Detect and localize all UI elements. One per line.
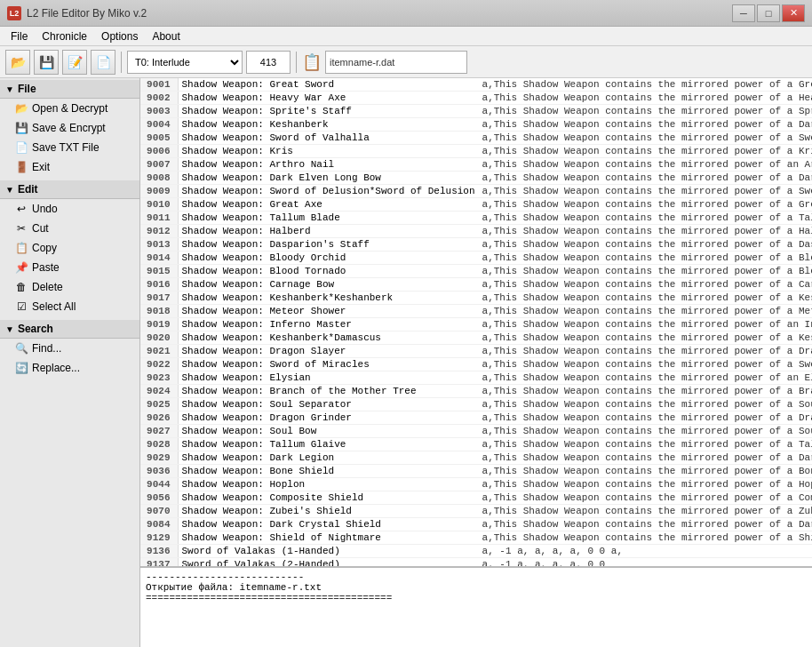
toolbar-separator-1 [121,52,122,73]
file-icon: 📋 [302,52,322,72]
table-row[interactable]: 9070Shadow Weapon: Zubei's Shielda,This … [140,505,812,518]
table-row[interactable]: 9009Shadow Weapon: Sword of Delusion*Swo… [140,185,812,198]
sidebar-item-cut[interactable]: ✂ Cut [0,219,139,238]
data-table-container[interactable]: 9001Shadow Weapon: Great Sworda,This Sha… [140,78,812,567]
log-textarea[interactable] [146,571,807,643]
main-area: ▼ File 📂 Open & Decrypt 💾 Save & Encrypt… [0,78,812,647]
table-row[interactable]: 9019Shadow Weapon: Inferno Mastera,This … [140,318,812,331]
menu-options[interactable]: Options [94,28,145,44]
data-table: 9001Shadow Weapon: Great Sworda,This Sha… [140,78,812,567]
table-row[interactable]: 9022Shadow Weapon: Sword of Miraclesa,Th… [140,358,812,371]
table-row[interactable]: 9036Shadow Weapon: Bone Shielda,This Sha… [140,465,812,478]
toolbar-open-button[interactable]: 📂 [5,50,30,75]
row-number: 9010 [140,198,178,212]
table-row[interactable]: 9029Shadow Weapon: Dark Legiona,This Sha… [140,451,812,465]
table-row[interactable]: 9007Shadow Weapon: Arthro Naila,This Sha… [140,158,812,172]
close-button[interactable]: ✕ [782,4,805,22]
menu-bar: File Chronicle Options About [0,27,812,46]
sidebar-item-find[interactable]: 🔍 Find... [0,339,139,358]
sidebar-section-edit-header[interactable]: ▼ Edit [0,180,139,199]
row-number: 9044 [140,478,178,491]
row-description: a,This Shadow Weapon contains the mirror… [479,158,812,172]
sidebar-section-search: ▼ Search 🔍 Find... 🔄 Replace... [0,318,139,379]
table-row[interactable]: 9021Shadow Weapon: Dragon Slayera,This S… [140,345,812,358]
sidebar-section-edit: ▼ Edit ↩ Undo ✂ Cut 📋 Copy 📌 Paste 🗑 De [0,179,139,318]
table-row[interactable]: 9008Shadow Weapon: Dark Elven Long Bowa,… [140,172,812,185]
row-number: 9011 [140,212,178,225]
row-number: 9007 [140,158,178,172]
row-name: Shadow Weapon: Great Sword [178,78,479,92]
sidebar-section-file-header[interactable]: ▼ File [0,80,139,99]
table-row[interactable]: 9026Shadow Weapon: Dragon Grindera,This … [140,411,812,425]
table-row[interactable]: 9028Shadow Weapon: Tallum Glaivea,This S… [140,438,812,451]
table-row[interactable]: 9011Shadow Weapon: Tallum Bladea,This Sh… [140,212,812,225]
table-row[interactable]: 9024Shadow Weapon: Branch of the Mother … [140,385,812,398]
maximize-button[interactable]: □ [757,4,780,22]
table-row[interactable]: 9084Shadow Weapon: Dark Crystal Shielda,… [140,518,812,531]
row-name: Shadow Weapon: Arthro Nail [178,158,479,172]
table-row[interactable]: 9020Shadow Weapon: Keshanberk*Damascusa,… [140,331,812,345]
table-row[interactable]: 9015Shadow Weapon: Blood Tornadoa,This S… [140,265,812,278]
sidebar-item-open[interactable]: 📂 Open & Decrypt [0,99,139,118]
row-number: 9001 [140,78,178,92]
table-row[interactable]: 9129Shadow Weapon: Shield of Nightmarea,… [140,531,812,545]
table-row[interactable]: 9010Shadow Weapon: Great Axea,This Shado… [140,198,812,212]
sidebar-item-copy[interactable]: 📋 Copy [0,238,139,258]
sidebar-item-selectall[interactable]: ☑ Select All [0,297,139,316]
minimize-button[interactable]: ─ [732,4,755,22]
table-row[interactable]: 9006Shadow Weapon: Krisa,This Shadow Wea… [140,145,812,158]
row-number: 9022 [140,358,178,371]
exit-label: Exit [32,161,50,173]
sidebar-section-search-header[interactable]: ▼ Search [0,320,139,339]
table-row[interactable]: 9001Shadow Weapon: Great Sworda,This Sha… [140,78,812,92]
table-row[interactable]: 9137Sword of Valakas (2-Handed)a, -1 a, … [140,558,812,568]
table-row[interactable]: 9013Shadow Weapon: Dasparion's Staffa,Th… [140,238,812,252]
row-name: Shadow Weapon: Kris [178,145,479,158]
table-row[interactable]: 9136Sword of Valakas (1-Handed)a, -1 a, … [140,545,812,558]
row-description: a,This Shadow Weapon contains the mirror… [479,292,812,305]
table-row[interactable]: 9014Shadow Weapon: Bloody Orchida,This S… [140,252,812,265]
table-row[interactable]: 9005Shadow Weapon: Sword of Valhallaa,Th… [140,132,812,145]
table-row[interactable]: 9025Shadow Weapon: Soul Separatora,This … [140,398,812,411]
toolbar-export-button[interactable]: 📄 [91,50,115,75]
table-row[interactable]: 9044Shadow Weapon: Hoplona,This Shadow W… [140,478,812,491]
row-number: 9023 [140,371,178,385]
table-row[interactable]: 9012Shadow Weapon: Halberda,This Shadow … [140,225,812,238]
table-row[interactable]: 9004Shadow Weapon: Keshanberka,This Shad… [140,118,812,132]
row-number: 9025 [140,398,178,411]
sidebar-item-undo[interactable]: ↩ Undo [0,199,139,219]
table-row[interactable]: 9056Shadow Weapon: Composite Shielda,Thi… [140,491,812,505]
sidebar-item-savetxt[interactable]: 📄 Save TXT File [0,138,139,157]
table-row[interactable]: 9017Shadow Weapon: Keshanberk*Keshanberk… [140,292,812,305]
cut-label: Cut [32,222,49,235]
number-input[interactable] [246,51,291,74]
row-number: 9028 [140,438,178,451]
row-number: 9005 [140,132,178,145]
row-description: a,This Shadow Weapon contains the mirror… [479,318,812,331]
row-name: Shadow Weapon: Sword of Valhalla [178,132,479,145]
chronicle-select[interactable]: T0: Interlude [127,51,243,74]
row-description: a,This Shadow Weapon contains the mirror… [479,491,812,505]
row-description: a,This Shadow Weapon contains the mirror… [479,132,812,145]
sidebar-item-replace[interactable]: 🔄 Replace... [0,358,139,378]
sidebar-item-exit[interactable]: 🚪 Exit [0,157,139,177]
toolbar-save-button[interactable]: 💾 [34,50,59,75]
menu-about[interactable]: About [145,28,187,44]
sidebar-item-paste[interactable]: 📌 Paste [0,258,139,277]
table-row[interactable]: 9003Shadow Weapon: Sprite's Staffa,This … [140,105,812,118]
table-row[interactable]: 9002Shadow Weapon: Heavy War Axea,This S… [140,92,812,105]
menu-chronicle[interactable]: Chronicle [35,28,94,44]
table-row[interactable]: 9023Shadow Weapon: Elysiana,This Shadow … [140,371,812,385]
row-number: 9019 [140,318,178,331]
row-number: 9009 [140,185,178,198]
sidebar-item-delete[interactable]: 🗑 Delete [0,277,139,297]
menu-file[interactable]: File [4,28,35,44]
table-row[interactable]: 9016Shadow Weapon: Carnage Bowa,This Sha… [140,278,812,292]
toolbar-saveas-button[interactable]: 📝 [62,50,87,75]
title-bar: L2 L2 File Editor By Miko v.2 ─ □ ✕ [0,0,812,27]
table-row[interactable]: 9018Shadow Weapon: Meteor Showera,This S… [140,305,812,318]
sidebar-item-save[interactable]: 💾 Save & Encrypt [0,118,139,138]
undo-label: Undo [32,203,58,215]
open-icon: 📂 [14,101,28,116]
table-row[interactable]: 9027Shadow Weapon: Soul Bowa,This Shadow… [140,425,812,438]
